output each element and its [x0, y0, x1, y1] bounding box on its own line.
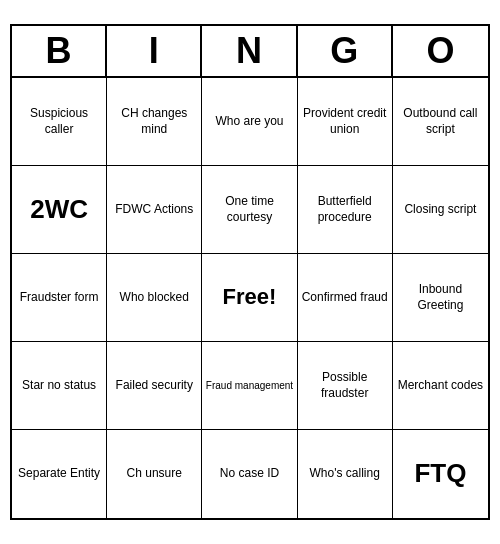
cell-text: No case ID — [220, 466, 279, 482]
header-letter: N — [202, 26, 297, 76]
bingo-cell: Who are you — [202, 78, 297, 166]
bingo-grid: Suspicious callerCH changes mindWho are … — [12, 78, 488, 518]
cell-text: CH changes mind — [110, 106, 198, 137]
cell-text: Inbound Greeting — [396, 282, 485, 313]
cell-text: Merchant codes — [398, 378, 483, 394]
bingo-cell: CH changes mind — [107, 78, 202, 166]
cell-text: Ch unsure — [127, 466, 182, 482]
bingo-cell: FDWC Actions — [107, 166, 202, 254]
bingo-cell: No case ID — [202, 430, 297, 518]
cell-text: Outbound call script — [396, 106, 485, 137]
header-letter: B — [12, 26, 107, 76]
cell-text: Who's calling — [310, 466, 380, 482]
cell-text: Provident credit union — [301, 106, 389, 137]
cell-text: Separate Entity — [18, 466, 100, 482]
cell-text: FDWC Actions — [115, 202, 193, 218]
bingo-cell: Possible fraudster — [298, 342, 393, 430]
bingo-cell: Separate Entity — [12, 430, 107, 518]
cell-text: 2WC — [30, 193, 88, 227]
bingo-cell: Fraud management — [202, 342, 297, 430]
bingo-cell: Butterfield procedure — [298, 166, 393, 254]
bingo-header: BINGO — [12, 26, 488, 78]
cell-text: Closing script — [404, 202, 476, 218]
header-letter: O — [393, 26, 488, 76]
cell-text: Suspicious caller — [15, 106, 103, 137]
bingo-cell: Who blocked — [107, 254, 202, 342]
bingo-cell: FTQ — [393, 430, 488, 518]
bingo-cell: Provident credit union — [298, 78, 393, 166]
cell-text: Confirmed fraud — [302, 290, 388, 306]
header-letter: I — [107, 26, 202, 76]
bingo-cell: Star no status — [12, 342, 107, 430]
cell-text: Who blocked — [120, 290, 189, 306]
bingo-cell: Free! — [202, 254, 297, 342]
cell-text: Possible fraudster — [301, 370, 389, 401]
bingo-cell: Who's calling — [298, 430, 393, 518]
bingo-cell: Inbound Greeting — [393, 254, 488, 342]
bingo-cell: Failed security — [107, 342, 202, 430]
bingo-cell: Confirmed fraud — [298, 254, 393, 342]
cell-text: Failed security — [116, 378, 193, 394]
bingo-cell: Ch unsure — [107, 430, 202, 518]
cell-text: Star no status — [22, 378, 96, 394]
cell-text: Butterfield procedure — [301, 194, 389, 225]
cell-text: FTQ — [414, 457, 466, 491]
cell-text: Free! — [223, 283, 277, 312]
cell-text: Fraud management — [206, 379, 293, 392]
bingo-cell: Merchant codes — [393, 342, 488, 430]
cell-text: One time courtesy — [205, 194, 293, 225]
bingo-cell: One time courtesy — [202, 166, 297, 254]
bingo-cell: Closing script — [393, 166, 488, 254]
bingo-cell: Fraudster form — [12, 254, 107, 342]
header-letter: G — [298, 26, 393, 76]
bingo-cell: 2WC — [12, 166, 107, 254]
cell-text: Fraudster form — [20, 290, 99, 306]
bingo-cell: Suspicious caller — [12, 78, 107, 166]
bingo-card: BINGO Suspicious callerCH changes mindWh… — [10, 24, 490, 520]
cell-text: Who are you — [215, 114, 283, 130]
bingo-cell: Outbound call script — [393, 78, 488, 166]
